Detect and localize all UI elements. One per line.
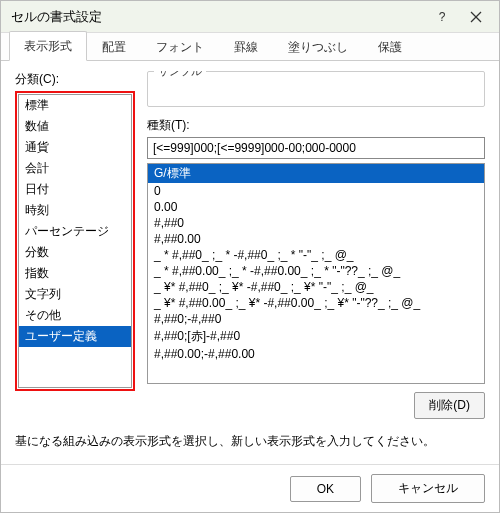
- category-item[interactable]: 分数: [19, 242, 131, 263]
- sample-label: サンプル: [154, 71, 206, 79]
- type-item[interactable]: _ * #,##0_ ;_ * -#,##0_ ;_ * "-"_ ;_ @_: [148, 247, 484, 263]
- type-item[interactable]: #,##0.00;-#,##0.00: [148, 346, 484, 362]
- dialog-body: 分類(C): 標準数値通貨会計日付時刻パーセンテージ分数指数文字列その他ユーザー…: [1, 61, 499, 464]
- type-label: 種類(T):: [147, 117, 485, 134]
- cancel-button[interactable]: キャンセル: [371, 474, 485, 503]
- delete-button[interactable]: 削除(D): [414, 392, 485, 419]
- type-item[interactable]: _ ¥* #,##0_ ;_ ¥* -#,##0_ ;_ ¥* "-"_ ;_ …: [148, 279, 484, 295]
- tab-4[interactable]: 塗りつぶし: [273, 32, 363, 61]
- hint-text: 基になる組み込みの表示形式を選択し、新しい表示形式を入力してください。: [15, 425, 485, 464]
- type-item[interactable]: G/標準: [148, 164, 484, 183]
- category-item[interactable]: 文字列: [19, 284, 131, 305]
- dialog-footer: OK キャンセル: [1, 464, 499, 512]
- type-item[interactable]: _ ¥* #,##0.00_ ;_ ¥* -#,##0.00_ ;_ ¥* "-…: [148, 295, 484, 311]
- dialog-title: セルの書式設定: [11, 8, 425, 26]
- category-item[interactable]: 指数: [19, 263, 131, 284]
- type-item[interactable]: #,##0.00: [148, 231, 484, 247]
- category-panel: 分類(C): 標準数値通貨会計日付時刻パーセンテージ分数指数文字列その他ユーザー…: [15, 71, 135, 425]
- tab-strip: 表示形式配置フォント罫線塗りつぶし保護: [1, 33, 499, 61]
- category-item[interactable]: その他: [19, 305, 131, 326]
- type-item[interactable]: 0.00: [148, 199, 484, 215]
- type-item[interactable]: #,##0;[赤]-#,##0: [148, 327, 484, 346]
- tab-3[interactable]: 罫線: [219, 32, 273, 61]
- close-button[interactable]: [459, 1, 493, 32]
- category-item[interactable]: 時刻: [19, 200, 131, 221]
- category-label: 分類(C):: [15, 71, 135, 88]
- category-item[interactable]: 日付: [19, 179, 131, 200]
- type-item[interactable]: 0: [148, 183, 484, 199]
- category-item[interactable]: 会計: [19, 158, 131, 179]
- tab-1[interactable]: 配置: [87, 32, 141, 61]
- type-listbox[interactable]: G/標準00.00#,##0#,##0.00_ * #,##0_ ;_ * -#…: [147, 163, 485, 384]
- category-item[interactable]: 通貨: [19, 137, 131, 158]
- type-item[interactable]: #,##0;-#,##0: [148, 311, 484, 327]
- category-item[interactable]: 数値: [19, 116, 131, 137]
- ok-button[interactable]: OK: [290, 476, 361, 502]
- help-button[interactable]: ?: [425, 1, 459, 32]
- close-icon: [470, 11, 482, 23]
- tab-5[interactable]: 保護: [363, 32, 417, 61]
- type-item[interactable]: #,##0: [148, 215, 484, 231]
- type-item[interactable]: _ * #,##0.00_ ;_ * -#,##0.00_ ;_ * "-"??…: [148, 263, 484, 279]
- type-panel: サンプル 種類(T): G/標準00.00#,##0#,##0.00_ * #,…: [147, 71, 485, 425]
- title-bar: セルの書式設定 ?: [1, 1, 499, 33]
- category-highlight: 標準数値通貨会計日付時刻パーセンテージ分数指数文字列その他ユーザー定義: [15, 91, 135, 391]
- sample-box: サンプル: [147, 71, 485, 107]
- type-input[interactable]: [147, 137, 485, 159]
- category-item[interactable]: 標準: [19, 95, 131, 116]
- category-item[interactable]: パーセンテージ: [19, 221, 131, 242]
- help-icon: ?: [439, 10, 446, 24]
- category-item[interactable]: ユーザー定義: [19, 326, 131, 347]
- dialog-window: セルの書式設定 ? 表示形式配置フォント罫線塗りつぶし保護 分類(C): 標準数…: [0, 0, 500, 513]
- tab-2[interactable]: フォント: [141, 32, 219, 61]
- tab-0[interactable]: 表示形式: [9, 31, 87, 61]
- category-listbox[interactable]: 標準数値通貨会計日付時刻パーセンテージ分数指数文字列その他ユーザー定義: [18, 94, 132, 388]
